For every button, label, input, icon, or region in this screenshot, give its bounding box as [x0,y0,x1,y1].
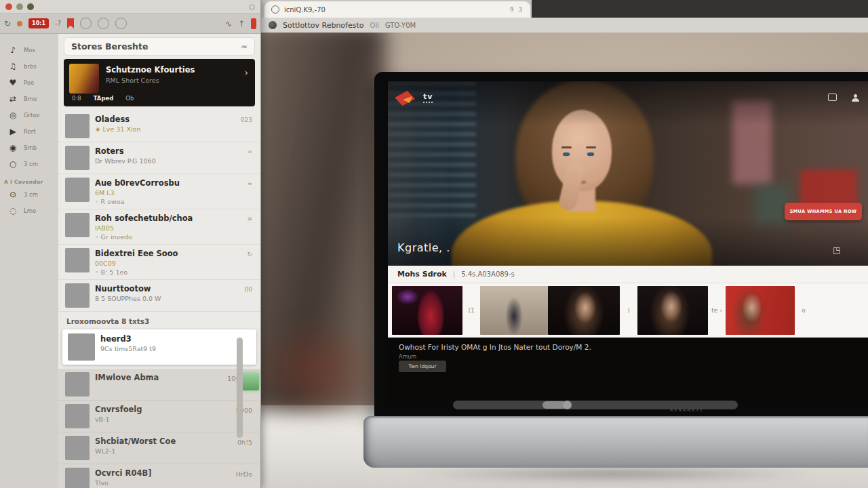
zoom-window-button[interactable] [27,3,34,10]
sidebar-item[interactable]: ♪ Mos [0,42,58,58]
track-title: Aue b0revCorrosbu [95,178,180,188]
control-circle-icon[interactable] [98,18,109,29]
video-player[interactable]: tv SMUA WHAMMS UA NOW ◳ Kgratle, . [388,81,868,266]
blurred-object [252,319,381,420]
vertical-scrollbar[interactable] [237,338,243,438]
wave-icon[interactable]: ∿ [225,19,232,28]
horizontal-scrollbar[interactable] [453,401,738,409]
track-subtitle: 6M L3 [95,189,180,197]
track-title: heerd3 [100,334,156,344]
video-thumbnail[interactable] [726,286,795,335]
sidebar-item-label: Bmo [24,96,37,102]
account-icon[interactable] [852,94,859,101]
thumbnail-carousel: (1 ) te ‹ o [388,283,868,338]
track-row[interactable]: Ocvrci R04B] Tlvo HrDo [58,464,260,488]
track-row[interactable]: IMwlove Abma 10y/s1s [58,369,260,401]
fullscreen-icon[interactable]: ◳ [833,245,840,255]
toolbar-label[interactable]: Mohs Sdrok [397,270,447,279]
track-title: Bidextrei Eee Sooo [95,249,178,258]
sidebar-item[interactable]: ◉ Smb [0,140,58,156]
track-meta: ↻ [247,251,252,258]
track-row[interactable]: Roh sofechetubb/choa IAB05 ◦ Gr invedo ≡ [58,209,260,245]
video-vignette [388,81,868,266]
video-thumbnail[interactable] [480,286,548,335]
sync-icon[interactable]: ↻ [4,19,11,28]
track-list-top: Oladess ★ Lve 31 Xion 023 Roters Dr Wbre… [58,110,260,312]
sidebar-item[interactable]: ◌ Lmo [0,203,58,219]
sidebar-item[interactable]: ◎ Grtov [0,107,58,123]
sidebar-item-icon: ⊙ [8,190,18,199]
bookmark-separator: Oli [370,22,379,29]
tab-title: icniQ.K9,-70 [284,6,326,14]
track-row[interactable]: heerd3 9Cs tims5Rat9 t9 [62,329,256,365]
track-meta: 00 [245,286,252,293]
sidebar-item[interactable]: ⇄ Bmo [0,91,58,107]
track-artwork [65,436,90,460]
search-clear-icon[interactable]: ≈ [241,42,248,52]
track-subtitle: Tlvo [95,479,151,487]
track-row[interactable]: Oladess ★ Lve 31 Xion 023 [58,110,260,142]
count-badge: 10:1 [28,18,49,28]
playlist-panel: Stores Bereshte ≈ Schutznoe Kfourties RM… [58,34,260,488]
track-detail: ◦ Gr invedo [95,233,193,241]
site-wordmark[interactable]: tv [423,92,433,103]
track-row[interactable]: Nuurttootow 8 5 SOUPPhes 0.0 W 00 [58,280,260,312]
selected-track-wrap: heerd3 9Cs tims5Rat9 t9 [58,329,260,365]
video-thumbnail[interactable] [392,286,462,335]
video-thumbnail[interactable] [548,286,620,335]
track-artwork [65,213,90,237]
subscribe-button[interactable]: SMUA WHAMMS UA NOW [785,203,862,220]
globe-icon [269,21,277,29]
track-row[interactable]: Roters Dr Wbrev P.G 1060 ∞ [58,142,260,174]
track-subtitle: 00C09 [95,260,178,267]
status-dot [17,21,22,26]
track-row[interactable]: Aue b0revCorrosbu 6M L3 ◦ R owoa ≈ [58,174,260,209]
browser-tab[interactable]: icniQ.K9,-70 9 3 [264,1,530,18]
upload-icon[interactable]: ↑ [238,19,245,28]
scrollbar-knob[interactable] [563,401,572,409]
search-input[interactable]: Stores Bereshte ≈ [64,37,255,56]
close-window-button[interactable] [5,3,12,10]
track-artwork [65,178,90,202]
minimize-window-button[interactable] [16,3,23,10]
track-list-scrolled: IMwlove Abma 10y/s1s Cnvrsfoelg vB-1 [58,369,260,488]
playback-extra[interactable]: Ob [125,95,134,102]
sidebar-item-label: Smb [24,144,37,151]
video-thumbnail[interactable] [637,286,708,335]
laptop-screen: tv SMUA WHAMMS UA NOW ◳ Kgratle, . Mohs … [388,81,868,401]
menubar-status-icon[interactable]: ○ [249,3,255,10]
site-logo-icon[interactable] [393,88,419,110]
track-meta: ∞ [248,148,253,155]
track-title: Nuurttootow [95,284,161,293]
sidebar-item-icon: ▶ [8,127,18,136]
track-subtitle: ★ Lve 31 Xion [95,125,140,133]
bookmark-title[interactable]: Sottlottov Rebnofesto [283,21,364,30]
track-subtitle: 8 5 SOUPPhes 0.0 W [95,295,161,302]
carousel-separator: te ‹ [708,307,726,314]
now-playing-card[interactable]: Schutznoe Kfourties RML Short Ceres › 0:… [64,59,255,106]
control-circle-icon[interactable] [115,18,127,29]
track-title: Shcbiat/Worst Coe [95,436,176,446]
sidebar-item[interactable]: ○ 3 cm [0,156,58,172]
sidebar-item[interactable]: ♫ brbs [0,58,58,75]
app-toolbar: ↻ 10:1 -? ∿ ↑ [0,14,260,34]
flag-icon[interactable] [67,18,74,28]
track-row[interactable]: Shcbiat/Worst Coe WL2-1 0h!5 [58,432,260,464]
playback-tag[interactable]: TAped [94,95,114,102]
bookmark-icon[interactable] [251,18,256,29]
chevron-right-icon[interactable]: › [244,67,248,78]
download-button[interactable]: Twn Idqour [399,361,446,372]
sidebar-item[interactable]: A I Covendor [0,172,58,186]
sidebar-item[interactable]: ⊙ 3 cm [0,186,58,203]
track-row[interactable]: Bidextrei Eee Sooo 00C09 ◦ B: 5 1eo ↻ [58,245,260,280]
bookmark-extra[interactable]: GTO-Y0M [385,22,416,29]
sidebar-item[interactable]: ♥ Poo [0,75,58,91]
track-meta: ≈ [247,180,252,187]
control-circle-icon[interactable] [80,18,92,29]
toolbar-separator: | [453,270,455,278]
track-meta: 0h!5 [237,439,252,446]
sidebar-item[interactable]: ▶ Rort [0,123,58,140]
notifications-icon[interactable] [828,94,837,101]
laptop-keyboard-deck [363,416,868,468]
track-row[interactable]: Cnvrsfoelg vB-1 E000 [58,401,260,432]
